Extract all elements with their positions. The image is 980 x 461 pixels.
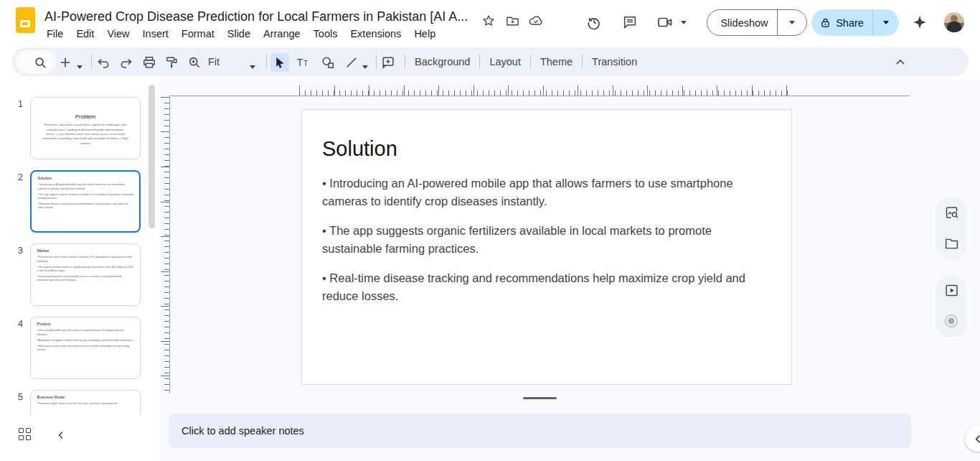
document-title[interactable]: AI-Powered Crop Disease Prediction for L… xyxy=(44,9,468,24)
slideshow-label: Slideshow xyxy=(707,17,777,29)
thumbnail-bullet: • The app suggests organic fertilizers a… xyxy=(38,192,135,200)
thumbnail-content: Market• Pakistan has over 8 million farm… xyxy=(31,244,140,305)
thumbnail-content: Business Model• Freemium model: basic ac… xyxy=(31,391,140,415)
zoom-select-value[interactable]: Fit xyxy=(208,56,220,67)
thumbnail-title: Business Model xyxy=(37,395,134,399)
slide-bullet-text[interactable]: • Real-time disease tracking and recomme… xyxy=(322,269,767,304)
slideshow-button[interactable]: Slideshow xyxy=(707,9,807,36)
transition-button[interactable]: Transition xyxy=(583,52,646,72)
slides-logo-bar xyxy=(20,20,30,27)
slide-thumbnail-3[interactable]: Market• Pakistan has over 8 million farm… xyxy=(30,243,141,306)
share-label: Share xyxy=(836,17,864,29)
speaker-notes-placeholder: Click to add speaker notes xyxy=(182,425,304,437)
star-icon[interactable] xyxy=(481,13,496,29)
slide-thumbnail-1[interactable]: ProblemPakistan's agriculture sector fac… xyxy=(30,97,141,159)
shape-tool-button[interactable] xyxy=(319,53,337,72)
zoom-select-caret[interactable] xyxy=(250,59,255,72)
camera-dropdown-caret[interactable] xyxy=(678,12,689,32)
menu-file[interactable]: File xyxy=(40,27,70,41)
side-panel-bottom xyxy=(936,274,967,337)
collapse-filmstrip-chevron[interactable] xyxy=(55,429,67,442)
slide-canvas[interactable]: Solution • Introducing an AI-powered mob… xyxy=(301,109,792,385)
speaker-notes-input[interactable]: Click to add speaker notes xyxy=(169,414,911,448)
meet-camera-icon[interactable] xyxy=(655,12,675,32)
print-button[interactable] xyxy=(140,53,159,72)
menu-tools[interactable]: Tools xyxy=(307,27,344,41)
thumbnail-bullet: • Increasing awareness of sustainable pr… xyxy=(37,274,134,282)
thumbnail-title: Product xyxy=(37,322,134,326)
account-avatar[interactable] xyxy=(944,12,964,32)
grid-view-button[interactable] xyxy=(19,428,33,442)
slide-bullet-text[interactable]: • Introducing an AI-powered mobile app t… xyxy=(322,174,767,210)
thumbnail-title: Market xyxy=(37,248,134,253)
share-dropdown-caret[interactable] xyxy=(873,21,899,24)
menu-extensions[interactable]: Extensions xyxy=(344,27,407,41)
toolbar-divider xyxy=(266,55,267,69)
thumbnail-content: Product• User-friendly mobile app with a… xyxy=(31,317,140,378)
menu-arrange[interactable]: Arrange xyxy=(257,27,307,41)
undo-button[interactable] xyxy=(94,53,113,72)
comments-icon[interactable] xyxy=(620,12,640,32)
side-panel-top xyxy=(936,197,967,260)
lock-icon xyxy=(820,17,831,28)
slide-thumbnail-5[interactable]: Business Model• Freemium model: basic ac… xyxy=(30,390,141,415)
slides-logo-icon[interactable] xyxy=(16,7,35,33)
vertical-ruler-major-ticks xyxy=(161,97,169,393)
notes-resize-handle[interactable] xyxy=(523,397,557,399)
slide-body-textbox[interactable]: • Introducing an AI-powered mobile app t… xyxy=(322,174,767,317)
menu-insert[interactable]: Insert xyxy=(136,27,175,41)
share-button[interactable]: Share xyxy=(811,9,899,36)
record-icon[interactable] xyxy=(937,307,966,335)
menu-view[interactable]: View xyxy=(100,27,136,41)
slide-thumbnail-4[interactable]: Product• User-friendly mobile app with a… xyxy=(30,317,141,379)
background-button[interactable]: Background xyxy=(405,52,479,72)
zoom-button[interactable] xyxy=(185,53,204,72)
paint-format-button[interactable] xyxy=(162,53,181,72)
slideshow-dropdown-caret[interactable] xyxy=(778,21,806,24)
image-search-icon[interactable] xyxy=(937,199,966,228)
slide-number: 4 xyxy=(10,319,23,329)
text-box-button[interactable]: TT xyxy=(294,53,313,72)
new-slide-caret[interactable] xyxy=(77,59,83,72)
toolbar-divider xyxy=(91,55,92,69)
slide-thumbnail-2[interactable]: Solution• Introducing an AI-powered mobi… xyxy=(30,170,141,233)
vertical-ruler-line xyxy=(169,96,170,394)
cloud-saved-icon[interactable] xyxy=(528,13,544,29)
google-slides-app: AI-Powered Crop Disease Prediction for L… xyxy=(0,0,980,461)
slide-number: 1 xyxy=(10,99,23,109)
layout-button[interactable]: Layout xyxy=(480,52,530,72)
theme-button[interactable]: Theme xyxy=(531,52,582,72)
line-tool-caret[interactable] xyxy=(362,59,368,72)
thumbnail-bullet: • Educational content and community feat… xyxy=(37,344,134,352)
toolbar-divider xyxy=(376,55,377,69)
redo-button[interactable] xyxy=(117,53,136,72)
slide-title-text[interactable]: Solution xyxy=(322,137,397,161)
thumbnail-bullet: • The organic fertilizer market is rapid… xyxy=(37,265,134,273)
line-tool-button[interactable] xyxy=(342,53,361,72)
thumbnail-bullet: • A database of organic fertilizers with… xyxy=(37,338,134,342)
folder-icon[interactable] xyxy=(937,229,966,258)
slide-number: 3 xyxy=(10,246,23,256)
thumbnail-content: ProblemPakistan's agriculture sector fac… xyxy=(31,98,140,159)
collapse-toolbar-button[interactable] xyxy=(891,53,910,72)
select-tool-button[interactable] xyxy=(270,53,289,72)
search-menus-icon[interactable] xyxy=(31,53,50,72)
filmstrip-scrollbar[interactable] xyxy=(149,85,155,228)
svg-text:T: T xyxy=(303,60,308,67)
filmstrip-panel: 1ProblemPakistan's agriculture sector fa… xyxy=(0,79,159,415)
new-slide-button[interactable] xyxy=(56,53,75,72)
menu-slide[interactable]: Slide xyxy=(221,27,257,41)
insert-comment-button[interactable] xyxy=(379,53,397,72)
gemini-spark-icon[interactable] xyxy=(910,12,930,32)
move-to-folder-icon[interactable] xyxy=(504,13,520,29)
thumbnail-body: Pakistan's agriculture sector faces sign… xyxy=(37,123,134,146)
present-preview-icon[interactable] xyxy=(937,276,966,305)
thumbnail-bullet: • Freemium model: basic access for free … xyxy=(37,402,134,406)
share-main[interactable]: Share xyxy=(811,17,872,29)
slide-bullet-text[interactable]: • The app suggests organic fertilizers a… xyxy=(322,222,767,257)
menu-edit[interactable]: Edit xyxy=(70,27,100,41)
version-history-icon[interactable] xyxy=(584,12,604,32)
thumbnail-bullet: • User-friendly mobile app with a photo … xyxy=(37,329,134,337)
menu-format[interactable]: Format xyxy=(175,27,221,41)
menu-help[interactable]: Help xyxy=(407,27,442,41)
